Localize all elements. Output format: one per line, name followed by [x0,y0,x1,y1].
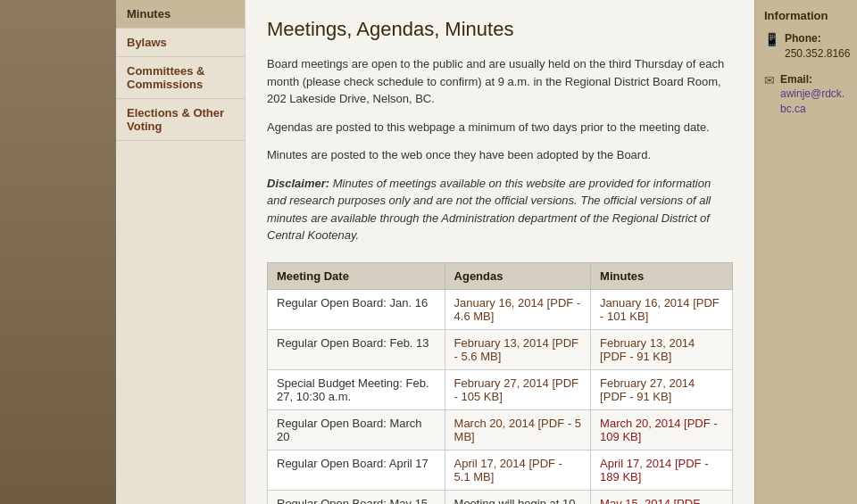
email-info: ✉ Email: awinje@rdck.bc.ca [764,72,848,117]
sidebar-item-elections[interactable]: Elections & Other Voting [116,99,245,141]
col-header-date: Meeting Date [268,262,445,289]
table-row: Regular Open Board: March 20March 20, 20… [268,409,733,450]
minutes-link[interactable]: January 16, 2014 [PDF - 101 KB] [600,296,720,323]
email-icon: ✉ [764,73,775,87]
table-row: Regular Open Board: April 17April 17, 20… [268,450,733,490]
nav-panel: Minutes Bylaws Committees &Commissions E… [116,0,245,504]
cell-minutes: April 17, 2014 [PDF - 189 KB] [591,450,733,490]
phone-text: Phone: 250.352.8166 [785,31,850,62]
phone-icon: 📱 [764,32,779,46]
cell-date: Regular Open Board: March 20 [268,409,445,450]
sidebar [0,0,116,504]
cell-date: Regular Open Board: Feb. 13 [268,329,445,369]
agenda-link[interactable]: January 16, 2014 [PDF - 4.6 MB] [454,296,581,323]
disclaimer-label: Disclaimer: [267,177,329,190]
main-content: Meetings, Agendas, Minutes Board meeting… [245,0,754,504]
info-panel-title: Information [764,9,848,22]
col-header-minutes: Minutes [591,262,733,289]
agenda-link[interactable]: March 20, 2014 [PDF - 5 MB] [454,417,581,443]
disclaimer: Disclaimer: Minutes of meetings availabl… [267,175,733,244]
cell-date: Regular Open Board: April 17 [268,450,445,490]
email-link[interactable]: awinje@rdck.bc.ca [780,87,845,115]
minutes-paragraph: Minutes are posted to the web once they … [267,146,733,164]
cell-agenda: April 17, 2014 [PDF - 5.1 MB] [445,450,591,490]
cell-minutes: May 15, 2014 [PDF - 589 KB] [591,490,733,504]
sidebar-item-bylaws[interactable]: Bylaws [116,28,245,57]
intro-paragraph: Board meetings are open to the public an… [267,55,733,108]
cell-minutes: January 16, 2014 [PDF - 101 KB] [591,289,733,329]
meetings-table: Meeting Date Agendas Minutes Regular Ope… [267,262,733,505]
cell-agenda: January 16, 2014 [PDF - 4.6 MB] [445,289,591,329]
cell-agenda: February 13, 2014 [PDF - 5.6 MB] [445,329,591,369]
cell-minutes: February 27, 2014 [PDF - 91 KB] [591,369,733,409]
phone-number: 250.352.8166 [785,46,850,62]
page-title: Meetings, Agendas, Minutes [267,18,733,41]
agenda-link[interactable]: February 13, 2014 [PDF - 5.6 MB] [454,336,578,363]
email-text: Email: awinje@rdck.bc.ca [780,72,848,117]
cell-agenda: Meeting will begin at 10 a.m. [445,490,591,504]
agenda-link[interactable]: February 27, 2014 [PDF - 105 KB] [454,376,578,403]
minutes-link[interactable]: April 17, 2014 [PDF - 189 KB] [600,457,708,483]
bylaws-link[interactable]: Bylaws [127,36,167,49]
table-row: Regular Open Board: Jan. 16January 16, 2… [268,289,733,329]
cell-date: Special Budget Meeting: Feb. 27, 10:30 a… [268,369,445,409]
minutes-link[interactable]: February 13, 2014 [PDF - 91 KB] [600,336,695,363]
table-row: Regular Open Board: May 15 at 10 a.m.Mee… [268,490,733,504]
disclaimer-body: Minutes of meetings available on this we… [267,177,711,243]
agendas-paragraph: Agendas are posted to this webpage a min… [267,119,733,136]
elections-link[interactable]: Elections & Other Voting [127,106,224,133]
cell-minutes: February 13, 2014 [PDF - 91 KB] [591,329,733,369]
cell-agenda: March 20, 2014 [PDF - 5 MB] [445,409,591,450]
minutes-link[interactable]: May 15, 2014 [PDF - 589 KB] [600,497,707,505]
nav-active-label: Minutes [127,7,171,21]
table-row: Regular Open Board: Feb. 13February 13, … [268,329,733,369]
phone-label: Phone: [785,31,850,46]
agenda-link[interactable]: April 17, 2014 [PDF - 5.1 MB] [454,457,562,483]
cell-date: Regular Open Board: Jan. 16 [268,289,445,329]
cell-minutes: March 20, 2014 [PDF - 109 KB] [591,409,733,450]
sidebar-item-committees[interactable]: Committees &Commissions [116,57,245,99]
committees-link[interactable]: Committees &Commissions [127,64,204,91]
email-label: Email: [780,72,848,87]
nav-active-item: Minutes [116,0,245,28]
cell-date: Regular Open Board: May 15 at 10 a.m. [268,490,445,504]
info-panel: Information 📱 Phone: 250.352.8166 ✉ Emai… [754,0,857,504]
cell-agenda: February 27, 2014 [PDF - 105 KB] [445,369,591,409]
minutes-link[interactable]: February 27, 2014 [PDF - 91 KB] [600,376,695,403]
col-header-agendas: Agendas [445,262,591,289]
phone-info: 📱 Phone: 250.352.8166 [764,31,848,62]
table-row: Special Budget Meeting: Feb. 27, 10:30 a… [268,369,733,409]
minutes-link[interactable]: March 20, 2014 [PDF - 109 KB] [600,417,718,443]
